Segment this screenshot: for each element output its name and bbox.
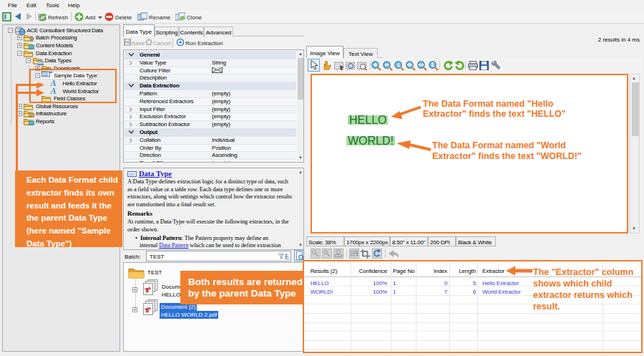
svg-text:123: 123 — [129, 173, 135, 176]
svg-text:1: 1 — [397, 62, 401, 69]
